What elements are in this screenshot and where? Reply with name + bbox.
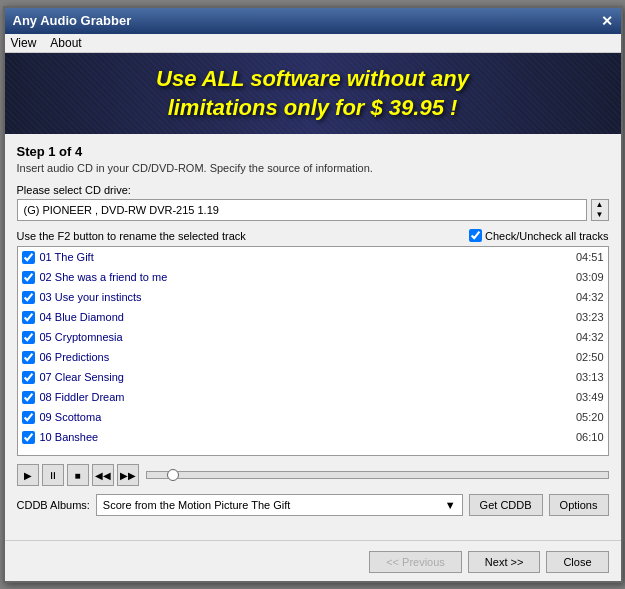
close-window-button[interactable]: ✕ (601, 13, 613, 29)
track-item: 05 Cryptomnesia04:32 (18, 327, 608, 347)
window-title: Any Audio Grabber (13, 13, 132, 28)
track-name: 01 The Gift (40, 251, 568, 263)
cd-drive-down-arrow[interactable]: ▼ (592, 210, 608, 220)
track-duration: 02:50 (568, 351, 604, 363)
cddb-label: CDDB Albums: (17, 499, 90, 511)
track-name: 06 Predictions (40, 351, 568, 363)
banner-line1: Use ALL software without any (156, 66, 469, 91)
track-item: 06 Predictions02:50 (18, 347, 608, 367)
cd-drive-value: (G) PIONEER , DVD-RW DVR-215 1.19 (24, 204, 219, 216)
track-name: 02 She was a friend to me (40, 271, 568, 283)
stop-button[interactable]: ■ (67, 464, 89, 486)
forward-button[interactable]: ▶▶ (117, 464, 139, 486)
cd-drive-label: Please select CD drive: (17, 184, 609, 196)
track-list[interactable]: 01 The Gift04:5102 She was a friend to m… (17, 246, 609, 456)
track-duration: 04:51 (568, 251, 604, 263)
track-duration: 03:09 (568, 271, 604, 283)
track-name: 10 Banshee (40, 431, 568, 443)
main-window: Any Audio Grabber ✕ View About Use ALL s… (3, 6, 623, 583)
track-item: 02 She was a friend to me03:09 (18, 267, 608, 287)
player-controls: ▶ ⏸ ■ ◀◀ ▶▶ (17, 464, 609, 486)
bottom-buttons: << Previous Next >> Close (5, 547, 621, 581)
track-item: 08 Fiddler Dream03:49 (18, 387, 608, 407)
track-name: 05 Cryptomnesia (40, 331, 568, 343)
track-checkbox[interactable] (22, 391, 35, 404)
track-name: 09 Scottoma (40, 411, 568, 423)
check-all-row: Check/Uncheck all tracks (469, 229, 609, 242)
step-title: Step 1 of 4 (17, 144, 609, 159)
track-checkbox[interactable] (22, 371, 35, 384)
track-duration: 03:23 (568, 311, 604, 323)
close-button[interactable]: Close (546, 551, 608, 573)
track-name: 03 Use your instincts (40, 291, 568, 303)
cd-drive-arrows: ▲ ▼ (591, 199, 609, 221)
track-duration: 06:10 (568, 431, 604, 443)
track-item: 09 Scottoma05:20 (18, 407, 608, 427)
track-duration: 05:20 (568, 411, 604, 423)
step-description: Insert audio CD in your CD/DVD-ROM. Spec… (17, 162, 609, 174)
track-checkbox[interactable] (22, 291, 35, 304)
track-duration: 03:49 (568, 391, 604, 403)
track-name: 08 Fiddler Dream (40, 391, 568, 403)
track-item: 04 Blue Diamond03:23 (18, 307, 608, 327)
track-toolbar: Use the F2 button to rename the selected… (17, 229, 609, 242)
promo-banner: Use ALL software without any limitations… (5, 53, 621, 134)
title-bar: Any Audio Grabber ✕ (5, 8, 621, 34)
track-item: 01 The Gift04:51 (18, 247, 608, 267)
previous-button[interactable]: << Previous (369, 551, 462, 573)
track-item: 07 Clear Sensing03:13 (18, 367, 608, 387)
track-checkbox[interactable] (22, 351, 35, 364)
track-duration: 04:32 (568, 291, 604, 303)
track-item: 10 Banshee06:10 (18, 427, 608, 447)
play-button[interactable]: ▶ (17, 464, 39, 486)
track-name: 04 Blue Diamond (40, 311, 568, 323)
cd-drive-up-arrow[interactable]: ▲ (592, 200, 608, 210)
track-checkbox[interactable] (22, 271, 35, 284)
content-area: Step 1 of 4 Insert audio CD in your CD/D… (5, 134, 621, 534)
track-checkbox[interactable] (22, 431, 35, 444)
menu-about[interactable]: About (50, 36, 81, 50)
banner-text: Use ALL software without any limitations… (21, 65, 605, 122)
cddb-value: Score from the Motion Picture The Gift (103, 499, 290, 511)
check-all-checkbox[interactable] (469, 229, 482, 242)
track-duration: 03:13 (568, 371, 604, 383)
check-all-label: Check/Uncheck all tracks (485, 230, 609, 242)
cddb-arrow-icon: ▼ (445, 499, 456, 511)
banner-line2: limitations only for $ 39.95 ! (168, 95, 458, 120)
separator (5, 540, 621, 541)
get-cddb-button[interactable]: Get CDDB (469, 494, 543, 516)
rewind-button[interactable]: ◀◀ (92, 464, 114, 486)
options-button[interactable]: Options (549, 494, 609, 516)
cddb-row: CDDB Albums: Score from the Motion Pictu… (17, 494, 609, 516)
track-checkbox[interactable] (22, 331, 35, 344)
pause-button[interactable]: ⏸ (42, 464, 64, 486)
track-item: 03 Use your instincts04:32 (18, 287, 608, 307)
progress-handle[interactable] (167, 469, 179, 481)
track-checkbox[interactable] (22, 251, 35, 264)
track-name: 07 Clear Sensing (40, 371, 568, 383)
cddb-dropdown[interactable]: Score from the Motion Picture The Gift ▼ (96, 494, 463, 516)
menu-bar: View About (5, 34, 621, 53)
track-list-wrapper: 01 The Gift04:5102 She was a friend to m… (17, 246, 609, 456)
track-duration: 04:32 (568, 331, 604, 343)
cd-drive-dropdown[interactable]: (G) PIONEER , DVD-RW DVR-215 1.19 (17, 199, 587, 221)
f2-hint: Use the F2 button to rename the selected… (17, 230, 246, 242)
cd-drive-row: (G) PIONEER , DVD-RW DVR-215 1.19 ▲ ▼ (17, 199, 609, 221)
track-checkbox[interactable] (22, 411, 35, 424)
next-button[interactable]: Next >> (468, 551, 541, 573)
track-checkbox[interactable] (22, 311, 35, 324)
menu-view[interactable]: View (11, 36, 37, 50)
progress-bar[interactable] (146, 471, 609, 479)
